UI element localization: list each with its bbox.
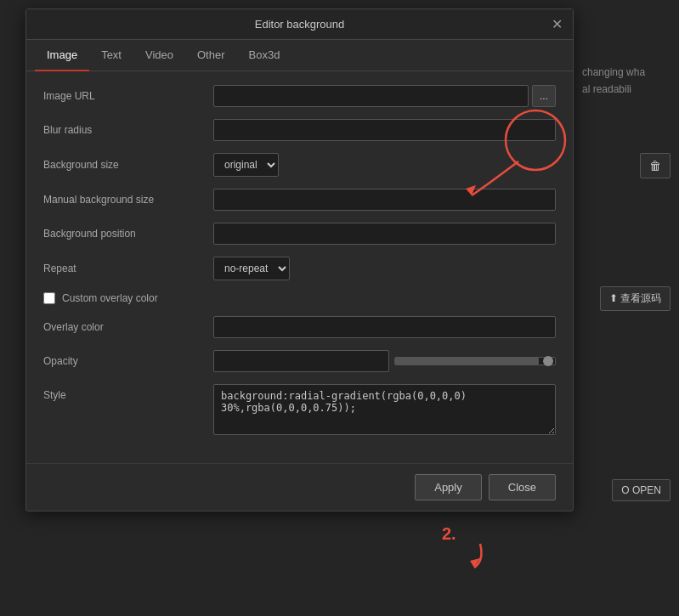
blur-radius-row: Blur radius 0 — [43, 119, 556, 141]
opacity-control: 100 — [213, 350, 556, 372]
tab-text[interactable]: Text — [89, 40, 133, 71]
opacity-input[interactable]: 100 — [213, 350, 389, 372]
background-position-control: center — [213, 223, 556, 245]
image-url-control: C:/Users/2018061801/Pictures/我喜欢的图片/27.j… — [213, 85, 556, 107]
image-url-label: Image URL — [43, 90, 213, 102]
background-description: changing wha al readabili — [582, 64, 676, 99]
image-url-input[interactable]: C:/Users/2018061801/Pictures/我喜欢的图片/27.j… — [213, 85, 529, 107]
tab-bar: Image Text Video Other Box3d — [26, 40, 573, 71]
tab-image[interactable]: Image — [35, 40, 89, 71]
repeat-control: no-repeat repeat repeat-x repeat-y — [213, 257, 556, 280]
style-control: background:radial-gradient(rgba(0,0,0,0)… — [213, 384, 556, 438]
custom-overlay-row: Custom overlay color — [43, 292, 556, 304]
background-size-control: original cover contain auto — [213, 153, 556, 177]
background-position-row: Background position center — [43, 223, 556, 245]
repeat-select[interactable]: no-repeat repeat repeat-x repeat-y — [213, 257, 290, 280]
blur-radius-control: 0 — [213, 119, 556, 141]
background-position-input[interactable]: center — [213, 223, 556, 245]
blur-radius-label: Blur radius — [43, 124, 213, 136]
manual-background-size-input[interactable] — [213, 189, 556, 211]
trash-button[interactable]: 🗑 — [640, 153, 671, 178]
close-button[interactable]: Close — [489, 474, 556, 500]
image-url-row: Image URL C:/Users/2018061801/Pictures/我… — [43, 85, 556, 107]
overlay-color-row: Overlay color #000000 — [43, 316, 556, 338]
apply-button[interactable]: Apply — [415, 474, 482, 500]
overlay-color-input[interactable]: #000000 — [213, 316, 556, 338]
editor-background-dialog: Editor background ✕ Image Text Video Oth… — [25, 8, 574, 511]
tab-other[interactable]: Other — [185, 40, 237, 71]
opacity-row: Opacity 100 — [43, 350, 556, 372]
tab-video[interactable]: Video — [133, 40, 185, 71]
dialog-body: Image URL C:/Users/2018061801/Pictures/我… — [26, 71, 573, 463]
manual-background-size-control — [213, 189, 556, 211]
repeat-label: Repeat — [43, 263, 213, 274]
background-size-select[interactable]: original cover contain auto — [213, 153, 279, 177]
custom-overlay-checkbox[interactable] — [43, 292, 55, 304]
manual-background-size-label: Manual background size — [43, 194, 213, 206]
dialog-titlebar: Editor background ✕ — [26, 9, 573, 40]
dialog-footer: Apply Close — [26, 463, 573, 511]
to-open-button[interactable]: O OPEN — [612, 479, 671, 501]
background-position-label: Background position — [43, 228, 213, 240]
manual-background-size-row: Manual background size — [43, 189, 556, 211]
repeat-row: Repeat no-repeat repeat repeat-x repeat-… — [43, 257, 556, 280]
trash-icon: 🗑 — [649, 159, 661, 172]
style-row: Style background:radial-gradient(rgba(0,… — [43, 384, 556, 438]
opacity-label: Opacity — [43, 355, 213, 367]
dialog-close-button[interactable]: ✕ — [552, 18, 563, 31]
style-textarea[interactable]: background:radial-gradient(rgba(0,0,0,0)… — [213, 384, 556, 435]
style-label: Style — [43, 384, 213, 401]
tab-box3d[interactable]: Box3d — [237, 40, 292, 71]
background-size-label: Background size — [43, 159, 213, 171]
browse-button[interactable]: ... — [532, 85, 556, 107]
overlay-color-control: #000000 — [213, 316, 556, 338]
blur-radius-input[interactable]: 0 — [213, 119, 556, 141]
overlay-color-label: Overlay color — [43, 321, 213, 333]
background-size-row: Background size original cover contain a… — [43, 153, 556, 177]
view-source-button[interactable]: ⬆ 查看源码 — [600, 286, 671, 311]
custom-overlay-label[interactable]: Custom overlay color — [62, 292, 158, 304]
dialog-title: Editor background — [255, 18, 345, 31]
